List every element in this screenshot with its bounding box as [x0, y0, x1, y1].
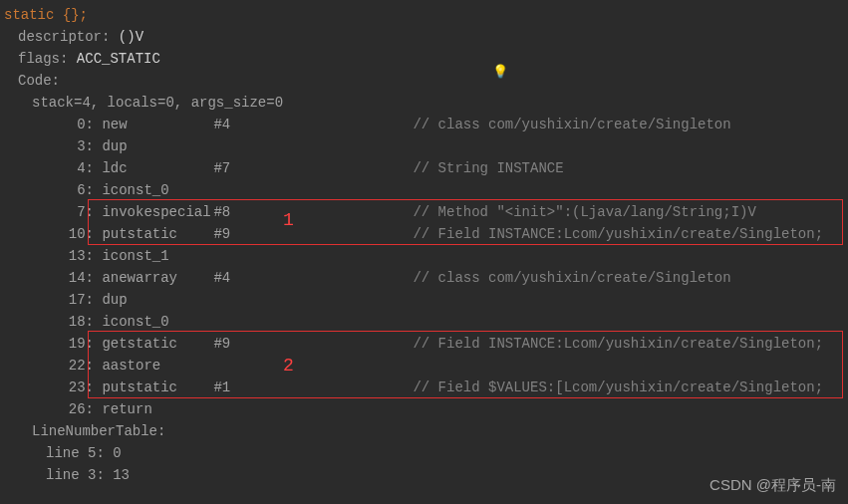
bytecode-row: 6: iconst_0	[4, 179, 848, 201]
watermark: CSDN @程序员-南	[709, 474, 836, 496]
bytecode-comment: // Field INSTANCE:Lcom/yushixin/create/S…	[413, 226, 823, 242]
bytecode-row: 19: getstatic#9// Field INSTANCE:Lcom/yu…	[4, 333, 848, 355]
bytecode-op: invokespecial	[102, 201, 213, 223]
bytecode-op: anewarray	[102, 267, 213, 289]
bytecode-row: 4: ldc#7// String INSTANCE	[4, 157, 848, 179]
stack-line: stack=4, locals=0, args_size=0	[32, 95, 283, 111]
bytecode-op: aastore	[102, 355, 213, 377]
flags-value: ACC_STATIC	[77, 51, 160, 67]
bytecode-row: 14: anewarray#4// class com/yushixin/cre…	[4, 267, 848, 289]
bytecode-row: 0: new#4// class com/yushixin/create/Sin…	[4, 114, 848, 135]
bytecode-op: getstatic	[102, 333, 213, 355]
bytecode-row: 10: putstatic#9// Field INSTANCE:Lcom/yu…	[4, 223, 848, 245]
lnt-line: line 5: 0	[46, 445, 122, 461]
bytecode-row: 22: aastore	[4, 355, 848, 377]
bytecode-offset: 0:	[46, 114, 94, 135]
bytecode-offset: 26:	[46, 398, 94, 420]
bytecode-op: putstatic	[102, 377, 213, 398]
bytecode-row: 18: iconst_0	[4, 311, 848, 333]
flags-label: flags:	[18, 51, 68, 67]
code-label: Code:	[18, 73, 60, 89]
annotation-2: 2	[283, 355, 294, 377]
bytecode-comment: // String INSTANCE	[413, 160, 563, 176]
bytecode-ref: #7	[213, 157, 413, 179]
bytecode-comment: // class com/yushixin/create/Singleton	[413, 270, 730, 286]
bytecode-offset: 7:	[46, 201, 94, 223]
bytecode-op: return	[102, 398, 213, 420]
bytecode-offset: 10:	[46, 223, 94, 245]
bytecode-offset: 19:	[46, 333, 94, 355]
bytecode-op: putstatic	[102, 223, 213, 245]
bytecode-comment: // Field $VALUES:[Lcom/yushixin/create/S…	[413, 379, 823, 395]
bytecode-offset: 13:	[46, 245, 94, 267]
bytecode-comment: // Field INSTANCE:Lcom/yushixin/create/S…	[413, 336, 823, 352]
lightbulb-icon: 💡	[492, 62, 508, 84]
bytecode-offset: 6:	[46, 179, 94, 201]
bytecode-row: 23: putstatic#1// Field $VALUES:[Lcom/yu…	[4, 377, 848, 398]
lnt-line: line 3: 13	[46, 467, 130, 483]
bytecode-comment: // Method "<init>":(Ljava/lang/String;I)…	[413, 204, 755, 220]
bytecode-ref: #8	[213, 201, 413, 223]
bytecode-op: iconst_0	[102, 179, 213, 201]
bytecode-ref: #9	[213, 223, 413, 245]
annotation-1: 1	[283, 209, 294, 231]
bytecode-offset: 23:	[46, 377, 94, 398]
bytecode-op: dup	[102, 135, 213, 157]
bytecode-offset: 14:	[46, 267, 94, 289]
bytecode-offset: 3:	[46, 135, 94, 157]
bytecode-ref: #4	[213, 114, 413, 135]
bytecode-row: 26: return	[4, 398, 848, 420]
bytecode-op: iconst_1	[102, 245, 213, 267]
bytecode-op: ldc	[102, 157, 213, 179]
descriptor-label: descriptor:	[18, 29, 110, 45]
bytecode-op: dup	[102, 289, 213, 311]
bytecode-ref: #1	[213, 377, 413, 398]
bytecode-ref: #9	[213, 333, 413, 355]
descriptor-value: ()V	[119, 29, 143, 45]
bytecode-offset: 18:	[46, 311, 94, 333]
bytecode-op: new	[102, 114, 213, 135]
bytecode-ref: #4	[213, 267, 413, 289]
bytecode-row: 3: dup	[4, 135, 848, 157]
bytecode-offset: 22:	[46, 355, 94, 377]
bytecode-op: iconst_0	[102, 311, 213, 333]
bytecode-offset: 4:	[46, 157, 94, 179]
bytecode-row: 13: iconst_1	[4, 245, 848, 267]
lnt-label: LineNumberTable:	[32, 423, 165, 439]
bytecode-comment: // class com/yushixin/create/Singleton	[413, 117, 730, 132]
bytecode-offset: 17:	[46, 289, 94, 311]
bytecode-row: 17: dup	[4, 289, 848, 311]
static-keyword: static {};	[4, 7, 88, 23]
bytecode-row: 7: invokespecial#8// Method "<init>":(Lj…	[4, 201, 848, 223]
